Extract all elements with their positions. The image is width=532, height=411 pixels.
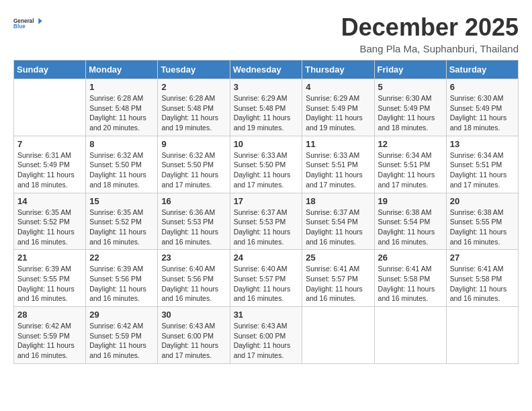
calendar-cell: 16Sunrise: 6:36 AMSunset: 5:53 PMDayligh…	[158, 193, 230, 250]
calendar-cell: 14Sunrise: 6:35 AMSunset: 5:52 PMDayligh…	[14, 193, 86, 250]
calendar-cell: 15Sunrise: 6:35 AMSunset: 5:52 PMDayligh…	[86, 193, 158, 250]
calendar-cell: 6Sunrise: 6:30 AMSunset: 5:49 PMDaylight…	[446, 79, 518, 136]
calendar-cell: 31Sunrise: 6:43 AMSunset: 6:00 PMDayligh…	[230, 307, 302, 364]
calendar-cell: 22Sunrise: 6:39 AMSunset: 5:56 PMDayligh…	[86, 250, 158, 307]
day-info: Sunrise: 6:39 AMSunset: 5:55 PMDaylight:…	[17, 264, 82, 304]
day-info: Sunrise: 6:43 AMSunset: 6:00 PMDaylight:…	[234, 321, 299, 361]
calendar-table: SundayMondayTuesdayWednesdayThursdayFrid…	[13, 60, 519, 364]
day-number: 22	[89, 253, 154, 263]
day-info: Sunrise: 6:30 AMSunset: 5:49 PMDaylight:…	[450, 93, 515, 133]
day-number: 4	[306, 82, 370, 92]
day-number: 29	[89, 310, 154, 320]
calendar-week-row: 28Sunrise: 6:42 AMSunset: 5:59 PMDayligh…	[14, 307, 519, 364]
calendar-cell: 3Sunrise: 6:29 AMSunset: 5:48 PMDaylight…	[230, 79, 302, 136]
weekday-header: Sunday	[14, 60, 86, 79]
day-info: Sunrise: 6:43 AMSunset: 6:00 PMDaylight:…	[161, 321, 226, 361]
day-number: 19	[378, 196, 443, 206]
day-number: 17	[234, 196, 299, 206]
day-info: Sunrise: 6:38 AMSunset: 5:54 PMDaylight:…	[378, 208, 443, 247]
day-info: Sunrise: 6:32 AMSunset: 5:50 PMDaylight:…	[89, 150, 154, 190]
day-info: Sunrise: 6:37 AMSunset: 5:54 PMDaylight:…	[306, 208, 370, 247]
day-number: 6	[450, 82, 515, 92]
weekday-header: Tuesday	[158, 60, 230, 79]
calendar-cell: 17Sunrise: 6:37 AMSunset: 5:53 PMDayligh…	[230, 193, 302, 250]
calendar-week-row: 14Sunrise: 6:35 AMSunset: 5:52 PMDayligh…	[14, 193, 519, 250]
weekday-header: Wednesday	[230, 60, 302, 79]
svg-text:Blue: Blue	[13, 24, 26, 30]
logo-icon: GeneralBlue	[13, 13, 47, 34]
day-info: Sunrise: 6:32 AMSunset: 5:50 PMDaylight:…	[161, 150, 226, 190]
day-info: Sunrise: 6:37 AMSunset: 5:53 PMDaylight:…	[234, 208, 299, 247]
calendar-cell: 30Sunrise: 6:43 AMSunset: 6:00 PMDayligh…	[158, 307, 230, 364]
calendar-cell: 7Sunrise: 6:31 AMSunset: 5:49 PMDaylight…	[14, 136, 86, 193]
day-number: 7	[17, 139, 82, 149]
day-info: Sunrise: 6:30 AMSunset: 5:49 PMDaylight:…	[378, 93, 443, 133]
day-number: 2	[161, 82, 226, 92]
calendar-cell: 2Sunrise: 6:28 AMSunset: 5:48 PMDaylight…	[158, 79, 230, 136]
day-number: 3	[234, 82, 299, 92]
day-info: Sunrise: 6:42 AMSunset: 5:59 PMDaylight:…	[17, 321, 82, 361]
calendar-cell: 20Sunrise: 6:38 AMSunset: 5:55 PMDayligh…	[446, 193, 518, 250]
day-number: 24	[234, 253, 299, 263]
calendar-cell: 19Sunrise: 6:38 AMSunset: 5:54 PMDayligh…	[374, 193, 446, 250]
day-number: 27	[450, 253, 515, 263]
day-number: 21	[17, 253, 82, 263]
day-info: Sunrise: 6:42 AMSunset: 5:59 PMDaylight:…	[89, 321, 154, 361]
day-number: 16	[161, 196, 226, 206]
calendar-cell: 18Sunrise: 6:37 AMSunset: 5:54 PMDayligh…	[302, 193, 374, 250]
day-info: Sunrise: 6:28 AMSunset: 5:48 PMDaylight:…	[161, 93, 226, 133]
page-header: GeneralBlue December 2025 Bang Pla Ma, S…	[13, 13, 519, 54]
calendar-cell: 29Sunrise: 6:42 AMSunset: 5:59 PMDayligh…	[86, 307, 158, 364]
month-title: December 2025	[341, 13, 519, 42]
day-number: 18	[306, 196, 370, 206]
day-number: 5	[378, 82, 443, 92]
day-number: 14	[17, 196, 82, 206]
day-number: 31	[234, 310, 299, 320]
calendar-cell: 5Sunrise: 6:30 AMSunset: 5:49 PMDaylight…	[374, 79, 446, 136]
weekday-header: Monday	[86, 60, 158, 79]
day-info: Sunrise: 6:31 AMSunset: 5:49 PMDaylight:…	[17, 150, 82, 190]
logo: GeneralBlue	[13, 13, 47, 34]
day-info: Sunrise: 6:41 AMSunset: 5:58 PMDaylight:…	[450, 264, 515, 304]
calendar-cell: 10Sunrise: 6:33 AMSunset: 5:50 PMDayligh…	[230, 136, 302, 193]
calendar-cell: 26Sunrise: 6:41 AMSunset: 5:58 PMDayligh…	[374, 250, 446, 307]
weekday-header: Friday	[374, 60, 446, 79]
day-number: 25	[306, 253, 370, 263]
svg-marker-2	[38, 18, 42, 24]
day-info: Sunrise: 6:41 AMSunset: 5:57 PMDaylight:…	[306, 264, 370, 304]
calendar-cell: 27Sunrise: 6:41 AMSunset: 5:58 PMDayligh…	[446, 250, 518, 307]
day-info: Sunrise: 6:29 AMSunset: 5:48 PMDaylight:…	[234, 93, 299, 133]
day-info: Sunrise: 6:41 AMSunset: 5:58 PMDaylight:…	[378, 264, 443, 304]
day-info: Sunrise: 6:38 AMSunset: 5:55 PMDaylight:…	[450, 208, 515, 247]
location: Bang Pla Ma, Suphanburi, Thailand	[341, 43, 519, 54]
day-number: 20	[450, 196, 515, 206]
calendar-cell: 21Sunrise: 6:39 AMSunset: 5:55 PMDayligh…	[14, 250, 86, 307]
svg-text:General: General	[13, 18, 34, 24]
calendar-cell: 8Sunrise: 6:32 AMSunset: 5:50 PMDaylight…	[86, 136, 158, 193]
day-number: 23	[161, 253, 226, 263]
calendar-week-row: 7Sunrise: 6:31 AMSunset: 5:49 PMDaylight…	[14, 136, 519, 193]
calendar-cell	[446, 307, 518, 364]
calendar-cell	[302, 307, 374, 364]
calendar-cell: 11Sunrise: 6:33 AMSunset: 5:51 PMDayligh…	[302, 136, 374, 193]
weekday-header: Thursday	[302, 60, 374, 79]
day-info: Sunrise: 6:36 AMSunset: 5:53 PMDaylight:…	[161, 208, 226, 247]
calendar-cell: 4Sunrise: 6:29 AMSunset: 5:49 PMDaylight…	[302, 79, 374, 136]
day-info: Sunrise: 6:29 AMSunset: 5:49 PMDaylight:…	[306, 93, 370, 133]
day-info: Sunrise: 6:33 AMSunset: 5:50 PMDaylight:…	[234, 150, 299, 190]
day-info: Sunrise: 6:35 AMSunset: 5:52 PMDaylight:…	[17, 208, 82, 247]
weekday-header-row: SundayMondayTuesdayWednesdayThursdayFrid…	[14, 60, 519, 79]
calendar-cell: 13Sunrise: 6:34 AMSunset: 5:51 PMDayligh…	[446, 136, 518, 193]
day-number: 11	[306, 139, 370, 149]
day-info: Sunrise: 6:39 AMSunset: 5:56 PMDaylight:…	[89, 264, 154, 304]
title-block: December 2025 Bang Pla Ma, Suphanburi, T…	[341, 13, 519, 54]
day-info: Sunrise: 6:33 AMSunset: 5:51 PMDaylight:…	[306, 150, 370, 190]
day-number: 9	[161, 139, 226, 149]
day-info: Sunrise: 6:35 AMSunset: 5:52 PMDaylight:…	[89, 208, 154, 247]
day-info: Sunrise: 6:40 AMSunset: 5:56 PMDaylight:…	[161, 264, 226, 304]
calendar-cell: 9Sunrise: 6:32 AMSunset: 5:50 PMDaylight…	[158, 136, 230, 193]
day-info: Sunrise: 6:34 AMSunset: 5:51 PMDaylight:…	[378, 150, 443, 190]
day-info: Sunrise: 6:28 AMSunset: 5:48 PMDaylight:…	[89, 93, 154, 133]
day-number: 10	[234, 139, 299, 149]
calendar-cell: 24Sunrise: 6:40 AMSunset: 5:57 PMDayligh…	[230, 250, 302, 307]
